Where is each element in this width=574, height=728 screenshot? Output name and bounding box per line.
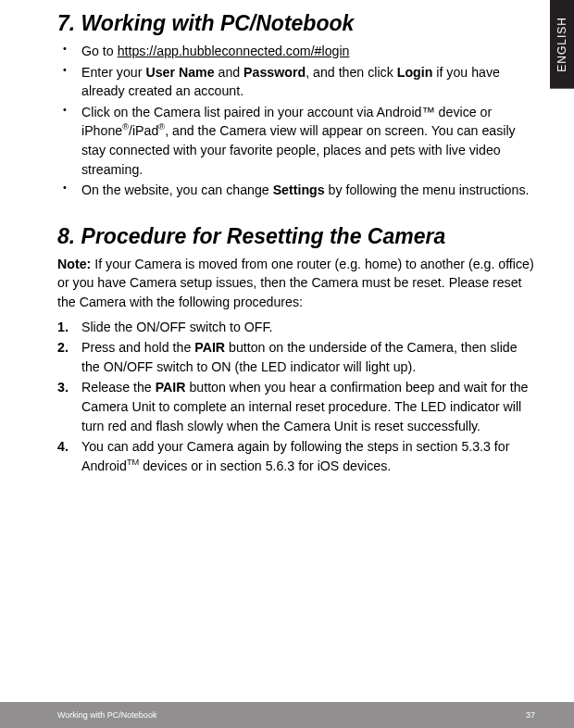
text-bold: Login: [397, 65, 433, 80]
text-bold: PAIR: [156, 380, 186, 395]
footer-title: Working with PC/Notebook: [57, 710, 156, 720]
text: On the website, you can change: [81, 182, 273, 197]
page-footer: Working with PC/Notebook 37: [0, 702, 574, 728]
text: devices or in section 5.6.3 for iOS devi…: [139, 458, 391, 473]
step-4: You can add your Camera again by followi…: [81, 437, 535, 475]
login-url[interactable]: https://app.hubbleconnected.com/#login: [118, 44, 350, 58]
section7-bullets: Go to https://app.hubbleconnected.com/#l…: [57, 42, 535, 200]
text: Release the: [81, 380, 156, 395]
text: Press and hold the: [81, 340, 194, 355]
text: , and then click: [306, 65, 397, 80]
step-3: Release the PAIR button when you hear a …: [81, 378, 535, 435]
text: Slide the ON/OFF switch to OFF.: [81, 320, 273, 334]
note-body: If your Camera is moved from one router …: [57, 257, 534, 309]
section8-steps: Slide the ON/OFF switch to OFF. Press an…: [57, 318, 535, 476]
note-label: Note:: [57, 257, 91, 271]
tm-sup: TM: [127, 458, 139, 467]
language-tab: ENGLISH: [550, 0, 574, 89]
section7-bullet-3: Click on the Camera list paired in your …: [74, 103, 535, 179]
step-1: Slide the ON/OFF switch to OFF.: [81, 318, 535, 337]
text-bold: Settings: [273, 182, 325, 197]
page-number: 37: [526, 710, 535, 720]
text: Go to: [81, 44, 118, 58]
text-bold: PAIR: [194, 340, 225, 355]
section7-bullet-2: Enter your User Name and Password, and t…: [74, 63, 535, 101]
page-content: 7. Working with PC/Notebook Go to https:…: [0, 0, 574, 475]
text: by following the menu instructions.: [325, 182, 530, 197]
section8-note: Note: If your Camera is moved from one r…: [57, 255, 535, 312]
registered-sup: ®: [122, 123, 129, 132]
text-bold: User Name: [145, 65, 214, 80]
text-bold: Password: [243, 65, 306, 80]
text: Enter your: [81, 65, 145, 80]
section7-bullet-4: On the website, you can change Settings …: [74, 181, 535, 200]
step-2: Press and hold the PAIR button on the un…: [81, 338, 535, 376]
text: /iPad: [129, 123, 158, 138]
text: and: [215, 65, 244, 80]
section7-bullet-1: Go to https://app.hubbleconnected.com/#l…: [74, 42, 535, 61]
section8-heading: 8. Procedure for Resetting the Camera: [57, 224, 535, 249]
section7-heading: 7. Working with PC/Notebook: [57, 11, 535, 36]
